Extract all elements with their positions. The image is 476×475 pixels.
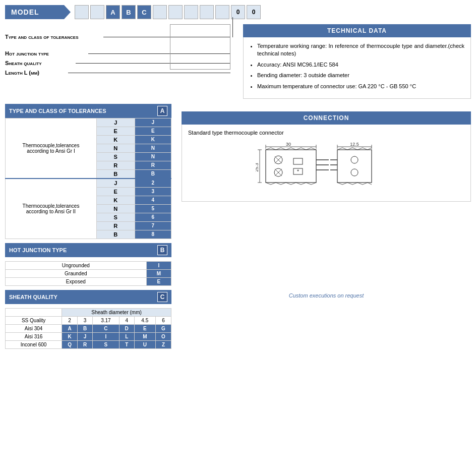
table-row: SS Quality 2 3 3.17 4 4.5 6 [6, 316, 171, 324]
val-j1: J [135, 118, 171, 127]
sheath-ss-2: 2 [62, 316, 78, 324]
hj-grounded-label: Graunded [6, 269, 147, 277]
model-box-zero-2: 0 [247, 5, 261, 19]
val-k2: 4 [135, 196, 171, 204]
table-row: Aisi 304 A B C D E G [6, 324, 171, 332]
model-box-3 [153, 5, 167, 19]
val-n1: N [135, 144, 171, 152]
tech-data-item-0: Temperature working range: In reference … [257, 42, 464, 58]
model-box-2 [90, 5, 104, 19]
line-tolerances-label: Type and class of tolerances [5, 34, 103, 40]
connection-subtitle: Standard type thermocouple connector [188, 130, 464, 136]
sheath-316-label: Aisi 316 [6, 332, 62, 340]
table-row: Thermocouple,tolerancesaccording to Ansi… [6, 179, 171, 188]
sheath-inconel-s: S [93, 340, 120, 348]
info-col: CONNECTION Standard type thermocouple co… [182, 104, 471, 349]
hj-exposed-label: Exposed [6, 277, 147, 285]
sheath-316-i: I [93, 332, 120, 340]
tech-data-header: TECHNICAL DATA [243, 24, 471, 37]
cell-b1: B [96, 169, 135, 179]
hj-exposed-val: E [146, 277, 171, 285]
cell-r1: R [96, 161, 135, 169]
sheath-diameter-header [6, 308, 62, 316]
diagram-box [170, 24, 230, 70]
line-hotjunction-label: Hot junction type [5, 50, 88, 56]
tech-data-content: Temperature working range: In reference … [243, 37, 471, 99]
sheath-316-k: K [62, 332, 78, 340]
val-r2: 7 [135, 221, 171, 230]
sheath-ss-3: 3 [78, 316, 93, 324]
sheath-table: Sheath diameter (mm) SS Quality 2 3 3.17… [5, 308, 171, 349]
svg-point-28 [351, 169, 358, 176]
hj-ungrounded-label: Ungrounded [6, 261, 147, 269]
model-section: MODEL A B C 0 0 [5, 5, 471, 19]
table-row: Thermocouple,tolerancesaccording to Ansi… [6, 118, 171, 127]
sheath-ssquality-label: SS Quality [6, 316, 62, 324]
sheath-ss-6: 6 [155, 316, 171, 324]
model-box-4 [168, 5, 183, 19]
hotjunction-header: HOT JUNCTION TYPE B [5, 243, 171, 257]
tolerances-badge: A [157, 106, 167, 116]
val-k1: K [135, 135, 171, 144]
cell-e1: E [96, 127, 135, 135]
cell-n1: N [96, 144, 135, 152]
model-label: MODEL [5, 5, 71, 19]
model-box-b: B [122, 5, 136, 19]
sheath-304-g: G [155, 324, 171, 332]
hj-ungrounded-val: I [146, 261, 171, 269]
val-j2: 2 [135, 179, 171, 188]
footer-text: Custom executions on request [182, 292, 471, 299]
sheath-badge: C [157, 292, 167, 302]
svg-rect-4 [266, 150, 316, 183]
model-box-c: C [137, 5, 151, 19]
cell-s2: S [96, 213, 135, 221]
sheath-ss-45: 4.5 [134, 316, 155, 324]
val-n2: 5 [135, 204, 171, 213]
sheath-inconel-q: Q [62, 340, 78, 348]
table-row: Aisi 316 K J I L M O [6, 332, 171, 340]
hotjunction-table: Ungrounded I Graunded M Exposed E [5, 261, 171, 286]
table-row: Inconel 600 Q R S T U Z [6, 340, 171, 348]
hj-grounded-val: M [146, 269, 171, 277]
sheath-title: SHEATH QUALITY [9, 294, 57, 300]
connection-section: CONNECTION Standard type thermocouple co… [182, 111, 471, 202]
connection-content: Standard type thermocouple connector 30 [182, 125, 471, 202]
sheath-304-a: A [62, 324, 78, 332]
cell-j2: J [96, 179, 135, 188]
cell-e2: E [96, 187, 135, 196]
sheath-304-b: B [78, 324, 93, 332]
connection-header: CONNECTION [182, 111, 471, 125]
table-row: Exposed E [6, 277, 171, 285]
val-e1: E [135, 127, 171, 135]
cell-k1: K [96, 135, 135, 144]
tech-data-panel: TECHNICAL DATA Temperature working range… [243, 24, 471, 99]
model-box-6 [200, 5, 214, 19]
sheath-header: SHEATH QUALITY C [5, 290, 171, 304]
hotjunction-badge: B [157, 245, 167, 255]
line-length: Length L (mm) [5, 70, 233, 76]
cell-b2: B [96, 230, 135, 239]
sheath-316-m: M [134, 332, 155, 340]
svg-rect-26 [337, 150, 372, 183]
val-r1: R [135, 161, 171, 169]
cell-s1: S [96, 152, 135, 161]
tolerances-table: Thermocouple,tolerancesaccording to Ansi… [5, 118, 171, 239]
sheath-316-l: L [119, 332, 134, 340]
svg-text:25.3: 25.3 [256, 163, 259, 172]
table-row: Ungrounded I [6, 261, 171, 269]
sheath-316-j: J [78, 332, 93, 340]
tech-data-list: Temperature working range: In reference … [257, 42, 464, 90]
sheath-inconel-u: U [134, 340, 155, 348]
model-box-1 [75, 5, 89, 19]
cell-n2: N [96, 204, 135, 213]
sheath-304-c: C [93, 324, 120, 332]
sheath-inconel-t: T [119, 340, 134, 348]
val-b2: 8 [135, 230, 171, 239]
val-s1: N [135, 152, 171, 161]
svg-rect-15 [293, 158, 303, 164]
sheath-diam-label: Sheath diameter (mm) [62, 308, 171, 316]
model-box-a: A [106, 5, 120, 19]
svg-text:12.5: 12.5 [350, 142, 359, 147]
cell-k2: K [96, 196, 135, 204]
group2-label: Thermocouple,tolerancesaccording to Ansi… [6, 179, 97, 239]
